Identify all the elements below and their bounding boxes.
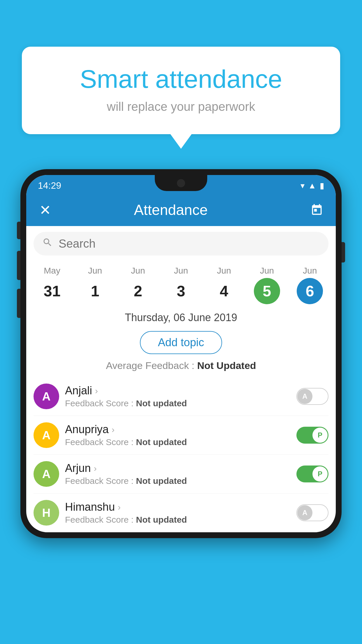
selected-date-section: Thursday, 06 June 2019 [26, 304, 336, 328]
student-item-0[interactable]: A Anjali › Feedback Score : Not updated … [34, 377, 328, 416]
toggle-circle: P [312, 428, 328, 443]
attendance-toggle-off[interactable]: A [296, 504, 328, 521]
signal-icon: ▲ [308, 181, 316, 190]
date-item-0[interactable]: May 31 [31, 266, 73, 304]
date-day: 4 [211, 278, 237, 304]
student-name: Himanshu › [65, 501, 291, 513]
date-item-3[interactable]: Jun 3 [159, 266, 202, 304]
date-item-6[interactable]: Jun 6 [289, 266, 331, 304]
speech-bubble-container: Smart attendance will replace your paper… [22, 47, 340, 134]
student-feedback: Feedback Score : Not updated [65, 515, 291, 525]
student-feedback: Feedback Score : Not updated [65, 437, 291, 447]
student-item-2[interactable]: A Arjun › Feedback Score : Not updated P [34, 455, 328, 494]
date-item-1[interactable]: Jun 1 [73, 266, 116, 304]
student-avatar: A [34, 384, 59, 409]
calendar-button[interactable] [308, 201, 326, 219]
toggle-circle: P [312, 466, 328, 482]
date-day: 5 [254, 278, 280, 304]
date-month: Jun [73, 266, 116, 276]
status-icons: ▾ ▲ ▮ [301, 181, 324, 190]
front-camera [177, 179, 185, 187]
date-month: Jun [159, 266, 202, 276]
phone-screen: 14:29 ▾ ▲ ▮ ✕ Attendance [26, 175, 336, 532]
chevron-right-icon: › [112, 425, 115, 435]
search-icon [42, 237, 53, 250]
volume-up-button [17, 251, 20, 280]
battery-icon: ▮ [320, 181, 324, 190]
student-info: Anupriya › Feedback Score : Not updated [65, 423, 291, 447]
close-icon: ✕ [39, 202, 51, 218]
power-button [342, 242, 345, 262]
attendance-toggle-on[interactable]: P [296, 466, 328, 482]
app-tagline-subtitle: will replace your paperwork [45, 100, 317, 114]
student-item-3[interactable]: H Himanshu › Feedback Score : Not update… [34, 494, 328, 532]
avg-feedback-label: Average Feedback : [106, 360, 197, 371]
student-name: Anjali › [65, 384, 291, 397]
app-bar: ✕ Attendance [26, 194, 336, 226]
attendance-toggle-on[interactable]: P [296, 427, 328, 444]
student-feedback: Feedback Score : Not updated [65, 398, 291, 408]
mute-button [17, 222, 20, 239]
student-list: A Anjali › Feedback Score : Not updated … [26, 377, 336, 532]
student-name: Anupriya › [65, 423, 291, 436]
selected-date-text: Thursday, 06 June 2019 [26, 312, 336, 324]
avg-feedback-value: Not Updated [197, 360, 256, 371]
student-avatar: A [34, 461, 59, 487]
date-month: Jun [203, 266, 245, 276]
student-feedback: Feedback Score : Not updated [65, 476, 291, 486]
student-info: Himanshu › Feedback Score : Not updated [65, 501, 291, 525]
date-item-5[interactable]: Jun 5 [245, 266, 288, 304]
attendance-toggle-off[interactable]: A [296, 388, 328, 405]
toggle-circle: A [297, 389, 312, 404]
date-month: Jun [245, 266, 288, 276]
phone-notch [155, 175, 207, 191]
chevron-right-icon: › [95, 386, 98, 396]
search-input[interactable] [59, 237, 320, 250]
date-day: 3 [168, 278, 194, 304]
date-month: Jun [117, 266, 159, 276]
speech-bubble: Smart attendance will replace your paper… [22, 47, 340, 134]
toggle-container[interactable]: P [296, 427, 328, 444]
student-name: Arjun › [65, 462, 291, 475]
date-day: 6 [297, 278, 323, 304]
volume-down-button [17, 289, 20, 318]
student-info: Arjun › Feedback Score : Not updated [65, 462, 291, 486]
average-feedback: Average Feedback : Not Updated [26, 360, 336, 371]
feedback-value: Not updated [136, 437, 187, 447]
date-month: May [31, 266, 73, 276]
date-month: Jun [289, 266, 331, 276]
phone-body: 14:29 ▾ ▲ ▮ ✕ Attendance [20, 169, 342, 538]
feedback-value: Not updated [136, 476, 187, 486]
app-tagline-title: Smart attendance [45, 64, 317, 94]
toggle-container[interactable]: A [296, 504, 328, 521]
calendar-icon [310, 204, 323, 216]
wifi-icon: ▾ [301, 181, 305, 190]
date-item-2[interactable]: Jun 2 [117, 266, 159, 304]
student-item-1[interactable]: A Anupriya › Feedback Score : Not update… [34, 416, 328, 455]
toggle-container[interactable]: A [296, 388, 328, 405]
date-day: 31 [39, 278, 65, 304]
app-title: Attendance [63, 202, 279, 218]
student-avatar: A [34, 422, 59, 448]
feedback-value: Not updated [136, 515, 187, 524]
add-topic-button[interactable]: Add topic [140, 331, 222, 354]
date-strip: May 31 Jun 1 Jun 2 Jun 3 Jun 4 Jun 5 Jun… [26, 261, 336, 304]
phone-frame: 14:29 ▾ ▲ ▮ ✕ Attendance [20, 169, 342, 538]
date-day: 1 [82, 278, 108, 304]
date-item-4[interactable]: Jun 4 [203, 266, 245, 304]
search-bar[interactable] [34, 232, 328, 256]
feedback-value: Not updated [136, 398, 187, 408]
status-time: 14:29 [38, 180, 61, 191]
toggle-circle: A [297, 505, 312, 520]
toggle-container[interactable]: P [296, 466, 328, 482]
chevron-right-icon: › [94, 463, 97, 473]
student-avatar: H [34, 500, 59, 526]
student-info: Anjali › Feedback Score : Not updated [65, 384, 291, 408]
close-button[interactable]: ✕ [36, 201, 54, 219]
date-day: 2 [125, 278, 151, 304]
chevron-right-icon: › [118, 502, 121, 512]
